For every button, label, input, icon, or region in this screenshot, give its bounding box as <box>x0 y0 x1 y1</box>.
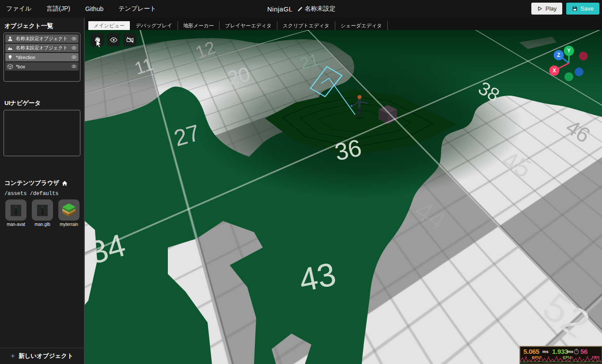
fps-value: 56 <box>580 348 587 355</box>
cpu-ms-unit: ms <box>567 349 573 354</box>
grid-helper-wrap <box>85 30 602 364</box>
object-label: *box <box>16 64 71 69</box>
model-asset-icon <box>5 199 27 221</box>
viewport-toolbar <box>91 33 136 46</box>
save-button[interactable]: Save <box>566 3 599 15</box>
play-button[interactable]: Play <box>531 3 562 15</box>
light-icon <box>7 54 13 60</box>
performance-stats-panel: 5.065 ms 1.933 ms 56 GPU CPU FPS <box>519 346 602 364</box>
ui-navigator-panel[interactable] <box>4 110 80 156</box>
object-list-heading: オブジェクト一覧 <box>4 22 84 30</box>
box-icon <box>7 64 13 70</box>
asset-label: man-avat <box>5 222 27 227</box>
object-row-3[interactable]: *box <box>5 62 79 71</box>
new-object-label: 新しいオブジェクト <box>19 352 73 360</box>
main-menu: ファイル言語(JP)Githubテンプレート <box>6 0 156 18</box>
play-label: Play <box>545 5 557 12</box>
top-menu-bar: ファイル言語(JP)Githubテンプレート NinjaGL 名称未設定 Pla… <box>0 0 602 18</box>
plus-icon: + <box>11 352 15 360</box>
object-row-0[interactable]: 名称未設定オブジェクト <box>5 34 79 43</box>
tab-4[interactable]: スクリプトエディタ <box>277 21 335 30</box>
camera-off-tool-button[interactable] <box>123 33 136 46</box>
content-browser-heading-text: コンテンツブラウザ <box>4 179 59 187</box>
topbar-actions: Play Save <box>531 3 599 15</box>
object-row-1[interactable]: 名称未設定オブジェクト <box>5 44 79 52</box>
main-area: メインビューデバッグプレイ地形メーカープレイヤーエディタスクリプトエディタシェー… <box>85 18 602 364</box>
model-asset-icon <box>32 199 53 221</box>
visibility-icon <box>110 36 118 44</box>
hand-tool-button[interactable] <box>91 33 104 46</box>
hand-icon <box>93 36 102 44</box>
terrain-icon <box>7 45 13 51</box>
asset-label: man.glb <box>32 222 53 227</box>
object-label: 名称未設定オブジェクト <box>16 45 71 51</box>
new-object-button[interactable]: + 新しいオブジェクト <box>0 348 84 364</box>
tab-5[interactable]: シェーダエディタ <box>335 21 388 30</box>
object-list: 名称未設定オブジェクト名称未設定オブジェクト*direction*box <box>4 33 80 82</box>
asset-list: man-avatman.glbmyterrain <box>5 199 84 227</box>
cpu-label: CPU <box>563 355 571 360</box>
tab-0[interactable]: メインビュー <box>88 21 130 30</box>
object-label: 名称未設定オブジェクト <box>16 36 71 42</box>
home-icon[interactable] <box>62 180 68 186</box>
brand-area: NinjaGL 名称未設定 <box>267 0 336 18</box>
asset-tile-0[interactable]: man-avat <box>5 199 27 227</box>
tab-2[interactable]: 地形メーカー <box>178 21 220 30</box>
ninjagl-editor: { "topbar": { "menu": ["ファイル", "言語(JP)",… <box>0 0 602 364</box>
menu-item-0[interactable]: ファイル <box>6 5 31 13</box>
save-icon <box>572 6 578 11</box>
asset-label: myterrain <box>58 222 80 227</box>
visibility-toggle-icon[interactable] <box>71 45 77 51</box>
menu-item-2[interactable]: Github <box>85 5 103 12</box>
content-browser-heading: コンテンツブラウザ <box>4 179 84 187</box>
gpu-ms-unit: ms <box>542 349 549 354</box>
left-sidebar: オブジェクト一覧 名称未設定オブジェクト名称未設定オブジェクト*directio… <box>0 18 85 364</box>
gpu-ms-value: 5.065 <box>523 348 539 355</box>
cpu-ms-value: 1.933 <box>552 348 568 355</box>
app-title: NinjaGL <box>267 5 293 13</box>
camera-off-icon <box>126 36 134 44</box>
person-icon <box>7 36 13 42</box>
ui-navigator-heading: UIナビゲータ <box>4 99 84 107</box>
object-label: *direction <box>16 55 71 60</box>
terrain-asset-icon <box>58 199 80 221</box>
visibility-toggle-icon[interactable] <box>71 36 77 41</box>
visibility-tool-button[interactable] <box>107 33 120 46</box>
play-icon <box>537 6 543 11</box>
asset-tile-2[interactable]: myterrain <box>58 199 80 227</box>
menu-item-1[interactable]: 言語(JP) <box>46 5 70 13</box>
asset-tile-1[interactable]: man.glb <box>32 199 53 227</box>
menu-item-3[interactable]: テンプレート <box>118 5 156 13</box>
viewport-canvas[interactable]: 11122021273638344344454652 <box>85 30 602 364</box>
gpu-label: GPU <box>532 355 541 360</box>
breadcrumb[interactable]: /assets /defaults <box>4 191 84 197</box>
tab-3[interactable]: プレイヤーエディタ <box>220 21 277 30</box>
document-title[interactable]: 名称未設定 <box>297 5 336 13</box>
document-title-text: 名称未設定 <box>305 5 336 13</box>
fps-label: FPS <box>592 355 600 360</box>
object-row-2[interactable]: *direction <box>5 53 79 61</box>
clock-icon <box>573 349 579 355</box>
pencil-icon <box>297 6 303 12</box>
editor-tabbar: メインビューデバッグプレイ地形メーカープレイヤーエディタスクリプトエディタシェー… <box>88 21 388 30</box>
visibility-toggle-icon[interactable] <box>71 54 77 60</box>
save-label: Save <box>580 5 594 12</box>
visibility-toggle-icon[interactable] <box>71 64 77 69</box>
tab-1[interactable]: デバッグプレイ <box>130 21 178 30</box>
